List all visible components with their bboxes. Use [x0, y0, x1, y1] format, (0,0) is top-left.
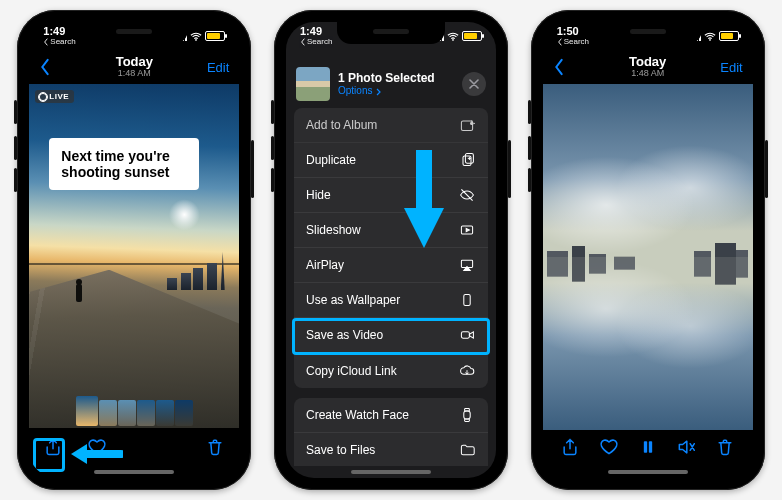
delete-icon[interactable]: [205, 437, 225, 457]
status-time: 1:49: [43, 26, 75, 37]
sheet-row-duplicate[interactable]: Duplicate: [294, 143, 488, 178]
status-back-link[interactable]: Search: [300, 38, 332, 46]
video-icon: [458, 327, 476, 343]
screen-2: 1:49 Search 1 Photo Selected Options: [286, 22, 496, 478]
sheet-thumbnail: [296, 67, 330, 101]
sheet-row-folder[interactable]: Save to Files: [294, 433, 488, 466]
home-indicator[interactable]: [608, 470, 688, 474]
status-back-link[interactable]: Search: [557, 38, 589, 46]
favorite-icon[interactable]: [599, 437, 619, 457]
slideshow-icon: [458, 222, 476, 238]
phone-frame-2: 1:49 Search 1 Photo Selected Options: [274, 10, 508, 490]
svg-rect-12: [465, 419, 470, 421]
sheet-title: 1 Photo Selected: [338, 71, 454, 85]
nav-bar: Today 1:48 AM Edit: [543, 50, 753, 84]
caption-overlay: Next time you're shooting sunset: [49, 138, 199, 190]
sheet-row-video[interactable]: Save as Video: [294, 318, 488, 353]
thumb[interactable]: [99, 400, 117, 426]
share-icon[interactable]: [43, 437, 63, 457]
notch: [337, 22, 445, 44]
svg-rect-11: [465, 409, 470, 411]
notch: [80, 22, 188, 44]
folder-icon: [458, 442, 476, 458]
album-icon: [458, 117, 476, 133]
svg-point-0: [195, 39, 197, 41]
battery-icon: [719, 31, 739, 41]
sheet-row-album[interactable]: Add to Album: [294, 108, 488, 143]
nav-title: Today: [83, 55, 185, 69]
status-time: 1:50: [557, 26, 589, 37]
row-label: Use as Wallpaper: [306, 293, 400, 307]
share-sheet-header: 1 Photo Selected Options: [286, 60, 496, 108]
sheet-row-watch[interactable]: Create Watch Face: [294, 398, 488, 433]
edit-button[interactable]: Edit: [699, 60, 743, 75]
screen-1: 1:49 Search Today 1:48 AM: [29, 22, 239, 478]
video-viewport[interactable]: [543, 84, 753, 430]
row-label: Slideshow: [306, 223, 361, 237]
svg-rect-8: [464, 294, 470, 305]
thumb[interactable]: [156, 400, 174, 426]
row-label: Save to Files: [306, 443, 375, 457]
sheet-row-hide[interactable]: Hide: [294, 178, 488, 213]
row-label: Create Watch Face: [306, 408, 409, 422]
photo-viewport[interactable]: LIVE Next time you're shooting sunset: [29, 84, 239, 428]
nav-bar: Today 1:48 AM Edit: [29, 50, 239, 84]
share-sheet-body[interactable]: Add to AlbumDuplicateHideSlideshowAirPla…: [286, 108, 496, 466]
row-label: Copy iCloud Link: [306, 364, 397, 378]
sheet-row-airplay[interactable]: AirPlay: [294, 248, 488, 283]
svg-rect-9: [461, 332, 469, 338]
sheet-options-link[interactable]: Options: [338, 85, 454, 97]
row-label: AirPlay: [306, 258, 344, 272]
svg-rect-20: [648, 441, 651, 453]
share-icon[interactable]: [560, 437, 580, 457]
duplicate-icon: [458, 152, 476, 168]
svg-rect-19: [643, 441, 646, 453]
phone-frame-3: 1:50 Search Today 1:48 AM Edit: [531, 10, 765, 490]
thumb[interactable]: [175, 400, 193, 426]
row-label: Save as Video: [306, 328, 383, 342]
sheet-row-wallpaper[interactable]: Use as Wallpaper: [294, 283, 488, 318]
nav-subtitle: 1:48 AM: [83, 69, 185, 79]
wifi-icon: [190, 32, 202, 41]
wifi-icon: [704, 32, 716, 41]
battery-icon: [462, 31, 482, 41]
back-button[interactable]: [39, 58, 83, 76]
delete-icon[interactable]: [715, 437, 735, 457]
live-badge: LIVE: [35, 90, 74, 103]
row-label: Duplicate: [306, 153, 356, 167]
notch: [594, 22, 702, 44]
svg-rect-10: [464, 411, 470, 419]
thumbnail-strip[interactable]: [29, 398, 239, 428]
status-back-link[interactable]: Search: [43, 38, 75, 46]
screen-3: 1:50 Search Today 1:48 AM Edit: [543, 22, 753, 478]
edit-button[interactable]: Edit: [185, 60, 229, 75]
battery-icon: [205, 31, 225, 41]
sheet-row-cloud[interactable]: Copy iCloud Link: [294, 353, 488, 388]
phone-frame-1: 1:49 Search Today 1:48 AM: [17, 10, 251, 490]
svg-point-3: [471, 122, 473, 124]
sheet-section: Add to AlbumDuplicateHideSlideshowAirPla…: [294, 108, 488, 388]
back-button[interactable]: [553, 58, 597, 76]
mute-icon[interactable]: [676, 437, 696, 457]
row-label: Hide: [306, 188, 331, 202]
favorite-icon[interactable]: [87, 437, 107, 457]
svg-point-1: [452, 39, 454, 41]
status-time: 1:49: [300, 26, 332, 37]
pause-icon[interactable]: [638, 437, 658, 457]
sheet-row-slideshow[interactable]: Slideshow: [294, 213, 488, 248]
sheet-section: Create Watch FaceSave to FilesAssign to …: [294, 398, 488, 466]
airplay-icon: [458, 257, 476, 273]
row-label: Add to Album: [306, 118, 377, 132]
home-indicator[interactable]: [94, 470, 174, 474]
thumb[interactable]: [118, 400, 136, 426]
thumb-current[interactable]: [76, 396, 98, 426]
hide-icon: [458, 187, 476, 203]
close-button[interactable]: [462, 72, 486, 96]
wallpaper-icon: [458, 292, 476, 308]
watch-icon: [458, 407, 476, 423]
wifi-icon: [447, 32, 459, 41]
thumb[interactable]: [137, 400, 155, 426]
svg-point-18: [709, 39, 711, 41]
home-indicator[interactable]: [351, 470, 431, 474]
nav-title: Today: [597, 55, 699, 69]
